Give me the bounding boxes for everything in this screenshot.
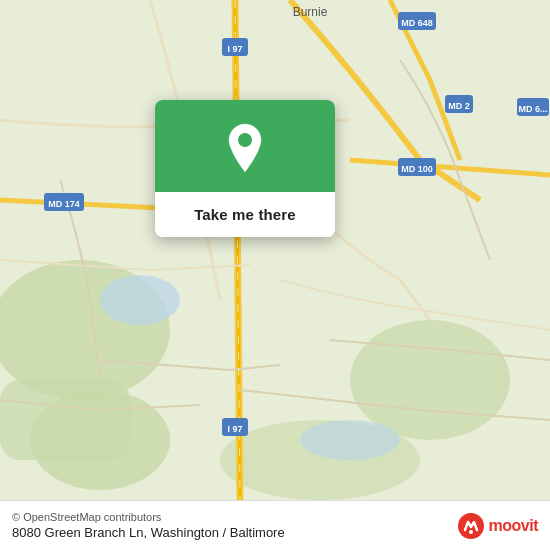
svg-text:MD 100: MD 100 (401, 164, 433, 174)
moovit-logo-icon (457, 512, 485, 540)
svg-text:MD 648: MD 648 (401, 18, 433, 28)
moovit-logo: moovit (457, 512, 538, 540)
svg-text:Burnie: Burnie (293, 5, 328, 19)
bottom-bar: © OpenStreetMap contributors 8080 Green … (0, 500, 550, 550)
address-text: 8080 Green Branch Ln, Washington / Balti… (12, 525, 285, 540)
svg-rect-5 (0, 380, 130, 460)
moovit-brand-label: moovit (489, 517, 538, 535)
popup-card: Take me there (155, 100, 335, 237)
svg-text:MD 174: MD 174 (48, 199, 80, 209)
take-me-there-button[interactable]: Take me there (155, 192, 335, 237)
location-pin-icon (223, 122, 267, 174)
svg-point-2 (350, 320, 510, 440)
svg-text:I 97: I 97 (227, 44, 242, 54)
popup-header (155, 100, 335, 192)
map-background: I 97 I 97 MD 648 MD 2 MD 100 MD 174 Burn… (0, 0, 550, 500)
copyright-text: © OpenStreetMap contributors (12, 511, 285, 523)
svg-point-6 (100, 275, 180, 325)
svg-text:MD 6...: MD 6... (518, 104, 547, 114)
map-container: I 97 I 97 MD 648 MD 2 MD 100 MD 174 Burn… (0, 0, 550, 500)
svg-point-23 (238, 133, 252, 147)
svg-point-7 (300, 420, 400, 460)
bottom-left-info: © OpenStreetMap contributors 8080 Green … (12, 511, 285, 540)
svg-text:MD 2: MD 2 (448, 101, 470, 111)
svg-text:I 97: I 97 (227, 424, 242, 434)
svg-point-25 (469, 530, 473, 534)
